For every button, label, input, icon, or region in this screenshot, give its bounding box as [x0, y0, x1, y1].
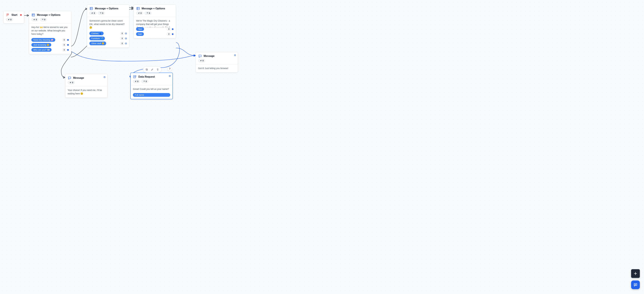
node-start[interactable]: Start 0: [4, 11, 24, 23]
add-node-button[interactable]: [631, 269, 640, 278]
received-stat: 0: [141, 80, 148, 83]
flag-icon: [6, 13, 10, 17]
sent-stat: 0: [32, 18, 38, 21]
svg-rect-1: [90, 7, 93, 10]
option-row[interactable]: Clothes 👗0: [90, 31, 127, 35]
delete-button[interactable]: [156, 67, 160, 72]
svg-rect-5: [146, 69, 147, 70]
received-stat: 0: [98, 11, 105, 15]
output-port[interactable]: [125, 38, 127, 39]
option-row[interactable]: Just browsing 🧐0: [32, 43, 69, 47]
form-icon: [133, 75, 137, 79]
option-row[interactable]: Need dry cleaning 🧼0: [32, 38, 69, 42]
node-message-1[interactable]: Message 0 Your choice! If you need me, I…: [65, 74, 108, 98]
received-stat: 0: [40, 18, 47, 21]
node-body: Got it! Just letting you browse!: [196, 64, 238, 72]
message-icon: [198, 54, 202, 58]
node-title: Data Request: [138, 75, 155, 78]
node-message-options-3[interactable]: Message + Options 0 0 We're The Magic Dr…: [134, 4, 176, 38]
sent-stat: 0: [133, 80, 140, 83]
option-chip[interactable]: Who are you? 👀: [32, 48, 52, 52]
sent-stat: 0: [136, 11, 143, 15]
output-port[interactable]: [172, 28, 174, 30]
sent-stat: 0: [6, 18, 13, 21]
sent-stat: 0: [90, 11, 96, 15]
node-body: Someone's gonna be clean soon! OK, what …: [87, 17, 129, 31]
output-port[interactable]: [67, 39, 69, 41]
duplicate-button[interactable]: [144, 67, 149, 72]
node-title: Message + Options: [95, 7, 118, 10]
sent-stat: 0: [68, 81, 75, 84]
option-chip[interactable]: Just browsing 🧐: [32, 43, 51, 47]
node-message-2[interactable]: Message 0 Got it! Just letting you brows…: [196, 52, 238, 72]
svg-rect-0: [32, 14, 35, 16]
node-body: Hey-ho! 🙌 We're stoned to see you on our…: [29, 23, 71, 38]
help-button[interactable]: ?: [168, 67, 172, 71]
output-port[interactable]: [104, 76, 105, 78]
node-body: Your choice! If you need me, I'll be wai…: [66, 86, 107, 98]
output-port[interactable]: [125, 43, 127, 44]
node-title: Start: [12, 13, 17, 16]
grid-icon: [90, 6, 93, 10]
option-row[interactable]: Yes!0: [136, 27, 174, 31]
node-body: Great! Could you tell us your name?: [131, 85, 172, 93]
option-row[interactable]: Who are you? 👀0: [32, 48, 69, 52]
node-title: Message: [204, 55, 214, 57]
output-port[interactable]: [67, 49, 69, 51]
node-body: We're The Magic Dry Cleaners - a company…: [134, 17, 176, 27]
field-chip[interactable]: Full name: [133, 93, 170, 97]
node-message-options-2[interactable]: Message + Options 0 0 Someone's gonna be…: [87, 4, 129, 48]
output-port[interactable]: [172, 33, 174, 35]
option-row[interactable]: Furniture 🛋️0: [90, 36, 127, 40]
svg-rect-4: [146, 69, 148, 70]
option-row[interactable]: Nah0: [136, 32, 174, 36]
node-title: Message + Options: [37, 13, 60, 16]
grid-icon: [32, 13, 35, 17]
output-port[interactable]: [125, 33, 127, 34]
output-port[interactable]: [67, 44, 69, 46]
node-data-request[interactable]: Data Request 0 0 Great! Could you tell u…: [130, 73, 173, 99]
node-message-options-1[interactable]: Message + Options 0 0 Hey-ho! 🙌 We're st…: [29, 11, 71, 54]
node-title: Message + Options: [142, 7, 165, 10]
svg-rect-2: [137, 7, 140, 10]
output-port[interactable]: [234, 54, 236, 56]
option-row[interactable]: Other stuff 😊0: [90, 41, 127, 45]
grid-icon: [136, 6, 140, 10]
output-port[interactable]: [169, 75, 170, 77]
status-dot: [20, 14, 22, 16]
received-stat: 0: [144, 11, 152, 15]
node-toolbar: [143, 66, 162, 73]
edit-button[interactable]: [150, 67, 154, 72]
sent-stat: 0: [198, 59, 205, 62]
node-title: Message: [73, 76, 84, 79]
chat-widget-button[interactable]: [631, 281, 640, 289]
option-chip[interactable]: Need dry cleaning 🧼: [32, 38, 55, 42]
message-icon: [68, 76, 72, 80]
